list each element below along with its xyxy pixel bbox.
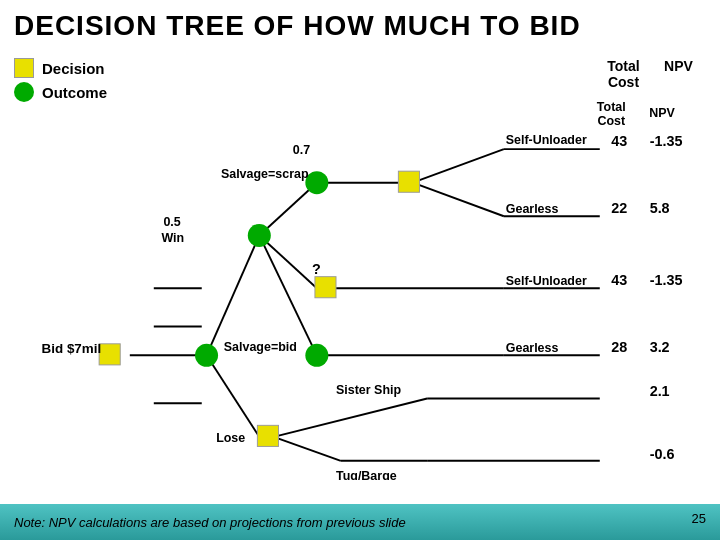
svg-line-11 (413, 183, 504, 217)
win-outcome-circle (248, 224, 271, 247)
self-unloader-2-label: Self-Unloader (506, 274, 587, 288)
note-text: Note: NPV calculations are based on proj… (14, 515, 406, 530)
prob-07-label: 0.7 (293, 143, 310, 157)
npv-135-1: -1.35 (650, 133, 683, 149)
npv-58: 5.8 (650, 200, 670, 216)
tug-barge-label: Tug/Barge (336, 469, 397, 480)
question-label: ? (312, 261, 321, 277)
bid-decision-node (99, 344, 120, 365)
npv-21: 2.1 (650, 383, 670, 399)
win-label2: Win (161, 231, 184, 245)
bid-label: Bid $7mil (42, 341, 102, 356)
tc-col-header2: Cost (597, 114, 625, 128)
svg-line-4 (259, 235, 317, 288)
gearless-1-label: Gearless (506, 202, 559, 216)
salvage-scrap-label: Salvage=scrap (221, 167, 309, 181)
tc-col-header: Total (597, 100, 626, 114)
salvage-bid-circle (305, 344, 328, 367)
gearless-2-label: Gearless (506, 341, 559, 355)
win-label: 0.5 (163, 215, 180, 229)
tc-22: 22 (611, 200, 627, 216)
scrap-decision-node (398, 171, 419, 192)
tree-svg: Bid $7mil 0.7 0.5 Win Salvage=scrap ? Sa… (0, 58, 720, 480)
svg-line-10 (413, 149, 504, 183)
npv-neg06: -0.6 (650, 446, 675, 462)
salvage-scrap-circle (305, 171, 328, 194)
sister-ship-label: Sister Ship (336, 383, 401, 397)
svg-line-3 (259, 183, 317, 236)
lose-decision-node (257, 425, 278, 446)
salvage-bid-label: Salvage=bid (224, 340, 297, 354)
svg-line-5 (259, 235, 317, 355)
svg-line-18 (274, 398, 427, 436)
tc-43-1: 43 (611, 133, 627, 149)
main-outcome-circle (195, 344, 218, 367)
npv-135-2: -1.35 (650, 272, 683, 288)
bottom-bar: Note: NPV calculations are based on proj… (0, 504, 720, 540)
decision-tree-diagram: Bid $7mil 0.7 0.5 Win Salvage=scrap ? Sa… (0, 58, 720, 480)
npv-32: 3.2 (650, 339, 670, 355)
lose-label: Lose (216, 431, 245, 445)
npv-col-header: NPV (649, 106, 675, 120)
tc-43-2: 43 (611, 272, 627, 288)
title: DECISION TREE OF HOW MUCH TO BID (0, 0, 720, 48)
page-number: 25 (692, 511, 706, 526)
svg-line-20 (274, 437, 341, 461)
self-unloader-1-label: Self-Unloader (506, 133, 587, 147)
tc-28: 28 (611, 339, 627, 355)
question-decision-node (315, 277, 336, 298)
svg-line-1 (207, 235, 260, 355)
svg-line-2 (207, 355, 260, 437)
